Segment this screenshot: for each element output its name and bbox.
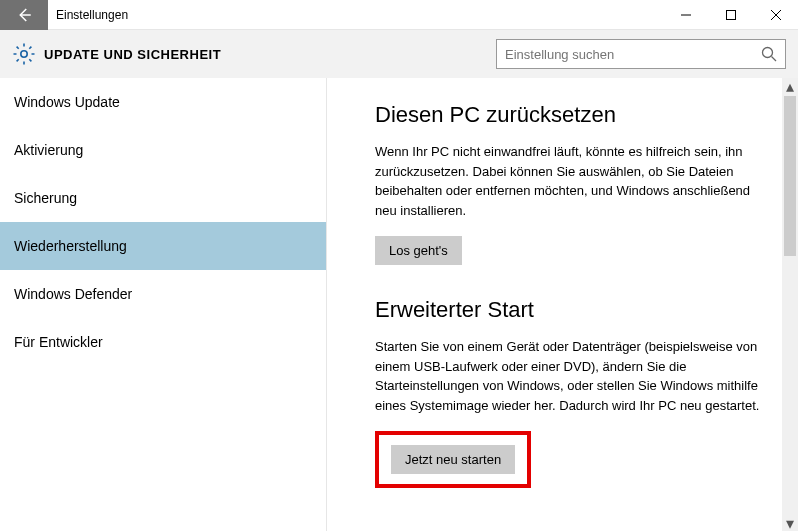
- header: UPDATE UND SICHERHEIT: [0, 30, 798, 78]
- svg-point-4: [21, 51, 27, 57]
- section-text: Wenn Ihr PC nicht einwandfrei läuft, kön…: [375, 142, 765, 220]
- content: Diesen PC zurücksetzen Wenn Ihr PC nicht…: [327, 78, 798, 531]
- sidebar-item-sicherung[interactable]: Sicherung: [0, 174, 326, 222]
- svg-line-6: [772, 57, 777, 62]
- sidebar-item-label: Für Entwickler: [14, 334, 103, 350]
- sidebar-item-wiederherstellung[interactable]: Wiederherstellung: [0, 222, 326, 270]
- sidebar-item-windows-defender[interactable]: Windows Defender: [0, 270, 326, 318]
- sidebar-item-label: Windows Update: [14, 94, 120, 110]
- titlebar: Einstellungen: [0, 0, 798, 30]
- sidebar-item-label: Windows Defender: [14, 286, 132, 302]
- sidebar-item-aktivierung[interactable]: Aktivierung: [0, 126, 326, 174]
- section-text: Starten Sie von einem Gerät oder Datentr…: [375, 337, 765, 415]
- sidebar: Windows Update Aktivierung Sicherung Wie…: [0, 78, 327, 531]
- sidebar-item-label: Sicherung: [14, 190, 77, 206]
- search-box[interactable]: [496, 39, 786, 69]
- sidebar-item-fuer-entwickler[interactable]: Für Entwickler: [0, 318, 326, 366]
- sidebar-item-label: Wiederherstellung: [14, 238, 127, 254]
- back-button[interactable]: [0, 0, 48, 30]
- svg-point-5: [763, 48, 773, 58]
- maximize-button[interactable]: [708, 0, 753, 30]
- svg-rect-1: [726, 10, 735, 19]
- scrollbar[interactable]: ▴ ▾: [782, 78, 798, 531]
- back-arrow-icon: [15, 6, 33, 24]
- section-title: Diesen PC zurücksetzen: [375, 102, 778, 128]
- scrollbar-thumb[interactable]: [784, 96, 796, 256]
- gear-icon: [12, 42, 36, 66]
- scroll-up-icon[interactable]: ▴: [782, 78, 798, 94]
- minimize-button[interactable]: [663, 0, 708, 30]
- section-reset-pc: Diesen PC zurücksetzen Wenn Ihr PC nicht…: [375, 102, 778, 297]
- window-title: Einstellungen: [48, 8, 663, 22]
- search-icon: [761, 46, 777, 62]
- close-button[interactable]: [753, 0, 798, 30]
- sidebar-item-label: Aktivierung: [14, 142, 83, 158]
- header-title: UPDATE UND SICHERHEIT: [44, 47, 496, 62]
- restart-now-button[interactable]: Jetzt neu starten: [391, 445, 515, 474]
- sidebar-item-windows-update[interactable]: Windows Update: [0, 78, 326, 126]
- scroll-down-icon[interactable]: ▾: [782, 515, 798, 531]
- section-title: Erweiterter Start: [375, 297, 778, 323]
- search-input[interactable]: [505, 47, 761, 62]
- section-advanced-start: Erweiterter Start Starten Sie von einem …: [375, 297, 778, 488]
- reset-start-button[interactable]: Los geht's: [375, 236, 462, 265]
- highlight-annotation: Jetzt neu starten: [375, 431, 531, 488]
